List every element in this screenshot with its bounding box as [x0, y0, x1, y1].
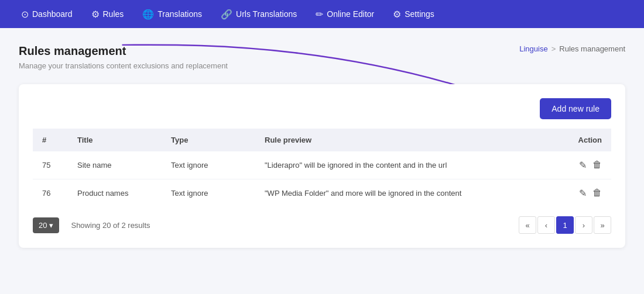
cell-title: Product names: [68, 179, 162, 207]
translations-icon: 🌐: [142, 9, 154, 20]
cell-title: Site name: [68, 151, 162, 179]
cell-preview: "WP Media Folder" and more will be ignor…: [255, 179, 553, 207]
card-toolbar: Add new rule: [33, 98, 611, 119]
navbar: ⊙ Dashboard ⚙ Rules 🌐 Translations 🔗 Url…: [0, 0, 644, 28]
delete-icon[interactable]: 🗑: [592, 160, 602, 171]
main-content: Rules management Linguise > Rules manage…: [0, 28, 644, 264]
col-header-title: Title: [68, 129, 162, 151]
dashboard-icon: ⊙: [21, 9, 29, 20]
delete-icon[interactable]: 🗑: [592, 188, 602, 199]
rules-icon: ⚙: [91, 9, 100, 20]
page-header: Rules management Linguise > Rules manage…: [19, 44, 625, 58]
col-header-hash: #: [33, 129, 68, 151]
page-button[interactable]: ›: [575, 216, 592, 234]
urls-icon: 🔗: [221, 9, 232, 20]
chevron-down-icon: ▾: [49, 221, 53, 230]
showing-text: Showing 20 of 2 results: [71, 221, 150, 230]
cell-type: Text ignore: [162, 179, 255, 207]
edit-icon[interactable]: ✎: [579, 188, 587, 199]
nav-urls-translations[interactable]: 🔗 Urls Translations: [214, 5, 304, 23]
page-title: Rules management: [19, 44, 126, 58]
col-header-preview: Rule preview: [255, 129, 553, 151]
breadcrumb-home[interactable]: Linguise: [519, 44, 547, 53]
page-button[interactable]: «: [519, 216, 536, 234]
cell-id: 75: [33, 151, 68, 179]
breadcrumb: Linguise > Rules management: [519, 44, 625, 53]
nav-translations[interactable]: 🌐 Translations: [135, 5, 209, 23]
breadcrumb-current: Rules management: [559, 44, 625, 53]
page-button[interactable]: ‹: [537, 216, 555, 234]
nav-settings[interactable]: ⚙ Settings: [386, 5, 441, 23]
col-header-type: Type: [162, 129, 255, 151]
per-page-button[interactable]: 20 ▾: [33, 217, 59, 233]
nav-online-editor[interactable]: ✏ Online Editor: [309, 5, 381, 23]
nav-dashboard[interactable]: ⊙ Dashboard: [14, 5, 80, 23]
page-button[interactable]: 1: [556, 216, 574, 234]
cell-action: ✎ 🗑: [553, 179, 611, 207]
page-button[interactable]: »: [594, 216, 611, 234]
settings-icon: ⚙: [393, 9, 401, 20]
nav-rules[interactable]: ⚙ Rules: [84, 5, 131, 23]
table-row: 75 Site name Text ignore "Liderapro" wil…: [33, 151, 611, 179]
breadcrumb-separator: >: [551, 44, 556, 53]
edit-icon[interactable]: ✎: [579, 160, 587, 171]
table-row: 76 Product names Text ignore "WP Media F…: [33, 179, 611, 207]
pagination-area: 20 ▾ Showing 20 of 2 results «‹1›»: [33, 216, 611, 234]
cell-preview: "Liderapro" will be ignored in the conte…: [255, 151, 553, 179]
main-card: Add new rule # Title Type Rule preview A…: [19, 84, 625, 248]
cell-id: 76: [33, 179, 68, 207]
cell-type: Text ignore: [162, 151, 255, 179]
editor-icon: ✏: [316, 9, 323, 20]
cell-action: ✎ 🗑: [553, 151, 611, 179]
pagination-controls: «‹1›»: [519, 216, 611, 234]
rules-table: # Title Type Rule preview Action 75 Site…: [33, 129, 611, 207]
col-header-action: Action: [553, 129, 611, 151]
table-header-row: # Title Type Rule preview Action: [33, 129, 611, 151]
page-subtitle: Manage your translations content exclusi…: [19, 61, 625, 70]
add-new-rule-button[interactable]: Add new rule: [540, 98, 611, 119]
